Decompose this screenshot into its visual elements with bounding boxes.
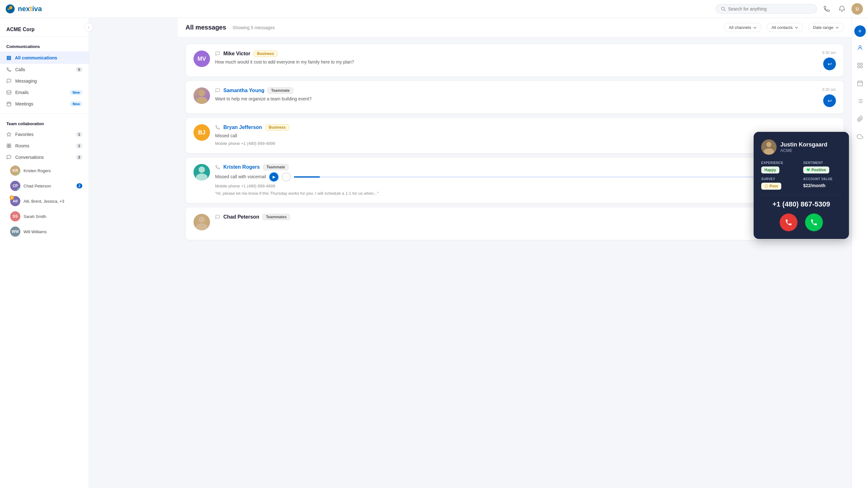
msg-name-chad: Chad Peterson xyxy=(223,214,259,220)
msg-name-bryan: Bryan Jefferson xyxy=(223,125,262,130)
messaging-label: Messaging xyxy=(15,79,82,84)
sidebar-item-all-communications[interactable]: ▤ All communications xyxy=(0,52,89,64)
msg-avatar-samantha xyxy=(193,87,210,104)
popup-actions xyxy=(761,214,841,231)
justin-avatar-img xyxy=(761,140,776,155)
phone-icon-3 xyxy=(215,164,220,170)
svg-rect-22 xyxy=(860,66,862,68)
popup-experience-value: Happy xyxy=(761,166,779,174)
play-btn[interactable]: ▶ xyxy=(269,172,279,182)
all-communications-icon: ▤ xyxy=(6,55,11,61)
conv-avatar-multi: 5 AB xyxy=(10,196,20,206)
sidebar-collapse-btn[interactable]: ‹ xyxy=(84,23,93,32)
call-btn[interactable] xyxy=(805,214,823,231)
right-sidebar-grid-icon[interactable] xyxy=(854,60,866,71)
sidebar-item-meetings[interactable]: Meetings New xyxy=(0,98,89,110)
chat-icon-2 xyxy=(215,88,220,93)
rooms-icon xyxy=(6,143,11,148)
message-card-mike-victor[interactable]: MV Mike Victor Business How much would i… xyxy=(186,44,844,77)
sidebar-item-messaging[interactable]: Messaging xyxy=(0,75,89,87)
conv-label-sarah: Sarah Smith xyxy=(24,214,82,219)
calls-badge: 5 xyxy=(76,67,82,72)
msg-text-mike: How much would it cost to add everyone i… xyxy=(215,59,812,65)
chad-avatar-img xyxy=(193,214,210,230)
msg-avatar-kristen xyxy=(193,164,210,180)
svg-rect-20 xyxy=(860,63,862,65)
call-icon xyxy=(810,219,818,226)
popup-avatar xyxy=(761,140,776,155)
meetings-label: Meetings xyxy=(15,101,66,106)
msg-text-bryan: Missed call xyxy=(215,132,826,139)
filter-contacts-btn[interactable]: All contacts xyxy=(767,23,803,32)
message-card-bryan[interactable]: BJ Bryan Jefferson Business Missed call … xyxy=(186,118,844,153)
conv-label-will: Will Williams xyxy=(24,230,82,234)
sidebar-item-conversations[interactable]: Conversations 2 xyxy=(0,152,89,163)
message-card-samantha[interactable]: Samantha Young Teammate Want to help me … xyxy=(186,81,844,114)
conv-chad-peterson[interactable]: CP Chad Peterson 2 xyxy=(0,178,89,193)
filter-date-label: Date range xyxy=(813,25,833,30)
msg-meta-samantha: 9:30 am ↩ xyxy=(822,87,836,107)
reply-btn-samantha[interactable]: ↩ xyxy=(823,94,836,107)
content-header: All messages Showing 5 messages All chan… xyxy=(178,18,851,37)
sidebar-item-rooms[interactable]: Rooms 1 xyxy=(0,140,89,152)
right-sidebar-user-icon[interactable] xyxy=(854,42,866,53)
bell-icon-btn[interactable] xyxy=(836,3,848,14)
conv-label-kristen: Kristen Rogers xyxy=(24,169,82,173)
right-sidebar-paperclip-icon[interactable] xyxy=(854,113,866,125)
conv-avatar-kristen: KR xyxy=(10,165,20,176)
samantha-avatar-img xyxy=(193,87,210,104)
message-card-kristen[interactable]: Kristen Rogers Teammate Missed call with… xyxy=(186,157,844,203)
conversations-label: Conversations xyxy=(15,155,72,160)
msg-tag-mike: Business xyxy=(253,51,277,57)
sidebar-item-favorites[interactable]: Favorites 1 xyxy=(0,129,89,140)
svg-point-17 xyxy=(196,223,208,230)
filter-date-btn[interactable]: Date range xyxy=(808,23,844,32)
conv-alli-brent[interactable]: 5 AB Alli, Brent, Jessica, +3 xyxy=(0,193,89,209)
popup-company: ACME xyxy=(780,148,827,153)
chevron-down-icon-3 xyxy=(835,26,839,30)
fab-add-btn[interactable]: + xyxy=(854,25,866,37)
msg-subtext-bryan: Mobile phone +1 (480) 899-4899 xyxy=(215,141,826,147)
svg-point-1 xyxy=(9,6,12,9)
online-indicator-kristen xyxy=(207,178,210,180)
phone-icon xyxy=(823,5,830,12)
app-name: nextiva xyxy=(18,5,42,13)
search-input[interactable] xyxy=(728,6,812,11)
conv-badge-chad: 2 xyxy=(76,183,82,188)
end-call-btn[interactable] xyxy=(780,214,798,231)
msg-body-chad: Chad Peterson Teammates xyxy=(215,214,812,222)
conversations-icon xyxy=(6,155,11,160)
reply-btn-mike[interactable]: ↩ xyxy=(823,58,836,70)
multi-badge: 5 xyxy=(9,195,14,200)
filter-channels-label: All channels xyxy=(729,25,751,30)
sidebar-item-emails[interactable]: Emails New xyxy=(0,87,89,98)
conv-sarah-smith[interactable]: SS Sarah Smith xyxy=(0,209,89,224)
popup-sentiment-value: Positive xyxy=(803,166,829,174)
communications-section-title: Communications xyxy=(0,39,89,52)
logo-icon xyxy=(5,4,15,14)
svg-point-29 xyxy=(767,186,767,186)
right-sidebar-list-icon[interactable] xyxy=(854,95,866,107)
sidebar-item-calls[interactable]: Calls 5 xyxy=(0,64,89,75)
popup-divider xyxy=(761,195,841,195)
conv-kristen-rogers[interactable]: KR Kristen Rogers xyxy=(0,163,89,178)
msg-name-samantha: Samantha Young xyxy=(223,88,264,93)
popup-grid: EXPERIENCE Happy SENTIMENT Positive SURV… xyxy=(761,161,841,190)
svg-point-15 xyxy=(196,174,208,180)
voicemail-circle[interactable] xyxy=(282,173,291,181)
svg-rect-5 xyxy=(7,91,11,94)
msg-tag-chad: Teammates xyxy=(262,214,290,220)
message-card-chad[interactable]: Chad Peterson Teammates 9:30 am ↩ xyxy=(186,207,844,240)
user-avatar-btn[interactable]: U xyxy=(851,3,863,14)
right-sidebar-calendar-icon[interactable] xyxy=(854,78,866,89)
right-sidebar-cloud-icon[interactable] xyxy=(854,131,866,142)
popup-experience-label: EXPERIENCE xyxy=(761,161,799,164)
msg-meta-mike: 9:30 am ↩ xyxy=(822,51,836,70)
search-bar[interactable] xyxy=(715,4,817,14)
svg-rect-8 xyxy=(7,144,8,146)
conv-will-williams[interactable]: WW Will Williams xyxy=(0,224,89,239)
phone-icon-btn[interactable] xyxy=(821,3,832,14)
filter-channels-btn[interactable]: All channels xyxy=(724,23,762,32)
msg-body-kristen: Kristen Rogers Teammate Missed call with… xyxy=(215,164,826,197)
svg-point-27 xyxy=(765,185,768,188)
